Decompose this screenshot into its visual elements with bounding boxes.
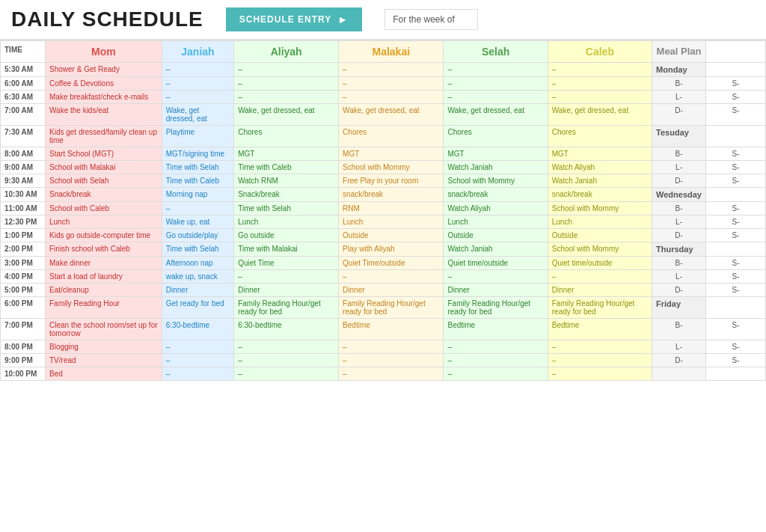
cell-malakai: Free Play in your room: [339, 174, 444, 188]
cell-janiah: –: [162, 202, 233, 215]
cell-caleb: Family Reading Hour/get ready for bed: [548, 297, 652, 319]
cell-aliyah: Time with Caleb: [234, 161, 339, 174]
cell-extra: S-: [706, 161, 766, 174]
cell-time: 6:00 AM: [1, 77, 46, 91]
cell-mom: School with Caleb: [46, 202, 162, 215]
cell-extra: [706, 297, 766, 319]
cell-extra: [706, 63, 766, 77]
col-header-mom: Mom: [46, 41, 162, 63]
cell-selah: –: [444, 77, 548, 91]
cell-malakai: Dinner: [339, 284, 444, 297]
table-row: 10:00 PMBed–––––: [1, 367, 766, 381]
cell-aliyah: Chores: [234, 126, 339, 147]
cell-selah: Outside: [444, 229, 548, 242]
cell-janiah: Time with Caleb: [162, 174, 233, 188]
cell-selah: Quiet time/outside: [444, 257, 548, 270]
cell-mom: Start School (MGT): [46, 147, 162, 161]
col-header-caleb: Caleb: [548, 41, 652, 63]
schedule-entry-button[interactable]: SCHEDULE ENTRY ►: [226, 7, 362, 31]
cell-extra: S-: [706, 174, 766, 188]
cell-caleb: –: [548, 354, 652, 367]
schedule-table: TIME Mom Janiah Aliyah Malakai Selah Cal…: [0, 40, 766, 381]
cell-malakai: –: [339, 91, 444, 104]
table-row: 11:00 AMSchool with Caleb–Time with Sela…: [1, 202, 766, 215]
cell-mom: Shower & Get Ready: [46, 63, 162, 77]
cell-malakai: Outside: [339, 229, 444, 242]
cell-malakai: MGT: [339, 147, 444, 161]
cell-caleb: –: [548, 77, 652, 91]
page-title: DAILY SCHEDULE: [11, 7, 203, 31]
cell-meal: B-: [652, 319, 706, 340]
table-row: 6:00 PMFamily Reading HourGet ready for …: [1, 297, 766, 319]
table-row: 5:30 AMShower & Get Ready–––––Monday: [1, 63, 766, 77]
table-row: 7:30 AMKids get dressed/family clean up …: [1, 126, 766, 147]
cell-extra: S-: [706, 202, 766, 215]
cell-selah: –: [444, 367, 548, 381]
cell-mom: Family Reading Hour: [46, 297, 162, 319]
cell-selah: Watch Aliyah: [444, 202, 548, 215]
cell-aliyah: Lunch: [234, 215, 339, 229]
cell-selah: –: [444, 63, 548, 77]
cell-selah: Dinner: [444, 284, 548, 297]
cell-malakai: Lunch: [339, 215, 444, 229]
cell-selah: Bedtime: [444, 319, 548, 340]
cell-mom: Wake the kids/eat: [46, 104, 162, 126]
cell-aliyah: 6:30-bedtime: [234, 319, 339, 340]
cell-selah: School with Mommy: [444, 174, 548, 188]
col-header-meal: Meal Plan: [652, 41, 706, 63]
cell-time: 8:00 AM: [1, 147, 46, 161]
cell-mom: Lunch: [46, 215, 162, 229]
cell-caleb: Lunch: [548, 215, 652, 229]
cell-selah: Watch Janiah: [444, 161, 548, 174]
cell-caleb: School with Mommy: [548, 202, 652, 215]
cell-janiah: Playtime: [162, 126, 233, 147]
cell-time: 8:00 PM: [1, 340, 46, 354]
cell-janiah: 6:30-bedtime: [162, 319, 233, 340]
table-row: 7:00 AMWake the kids/eatWake, get dresse…: [1, 104, 766, 126]
cell-mom: Bed: [46, 367, 162, 381]
table-row: 2:00 PMFinish school with CalebTime with…: [1, 242, 766, 257]
cell-aliyah: –: [234, 270, 339, 284]
table-row: 6:30 AMMake breakfast/check e-mails–––––…: [1, 91, 766, 104]
cell-malakai: –: [339, 354, 444, 367]
cell-mom: Start a load of laundry: [46, 270, 162, 284]
cell-meal: D-: [652, 104, 706, 126]
cell-janiah: Dinner: [162, 284, 233, 297]
table-row: 1:00 PMKids go outside-computer timeGo o…: [1, 229, 766, 242]
cell-caleb: –: [548, 270, 652, 284]
cell-extra: S-: [706, 91, 766, 104]
col-header-selah: Selah: [444, 41, 548, 63]
cell-extra: S-: [706, 284, 766, 297]
cell-extra: S-: [706, 147, 766, 161]
cell-selah: –: [444, 340, 548, 354]
cell-mom: Clean the school room/set up for tomorro…: [46, 319, 162, 340]
cell-time: 5:30 AM: [1, 63, 46, 77]
cell-malakai: –: [339, 63, 444, 77]
cell-janiah: wake up, snack: [162, 270, 233, 284]
cell-extra: S-: [706, 77, 766, 91]
cell-time: 1:00 PM: [1, 229, 46, 242]
cell-mom: Kids get dressed/family clean up time: [46, 126, 162, 147]
cell-time: 7:00 PM: [1, 319, 46, 340]
cell-time: 6:30 AM: [1, 91, 46, 104]
cell-meal: Wednesday: [652, 188, 706, 202]
table-row: 12:30 PMLunchWake up, eatLunchLunchLunch…: [1, 215, 766, 229]
table-row: 9:00 PMTV/read–––––D-S-: [1, 354, 766, 367]
cell-mom: Snack/break: [46, 188, 162, 202]
cell-meal: L-: [652, 215, 706, 229]
cell-caleb: –: [548, 340, 652, 354]
cell-meal: L-: [652, 91, 706, 104]
cell-extra: [706, 188, 766, 202]
cell-caleb: –: [548, 63, 652, 77]
cell-janiah: Wake up, eat: [162, 215, 233, 229]
col-header-malakai: Malakai: [339, 41, 444, 63]
cell-meal: B-: [652, 147, 706, 161]
cell-time: 6:00 PM: [1, 297, 46, 319]
table-row: 3:00 PMMake dinnerAfternoon napQuiet Tim…: [1, 257, 766, 270]
cell-caleb: Watch Aliyah: [548, 161, 652, 174]
cell-time: 2:00 PM: [1, 242, 46, 257]
cell-caleb: School with Mommy: [548, 242, 652, 257]
cell-aliyah: Go outside: [234, 229, 339, 242]
cell-extra: [706, 126, 766, 147]
cell-extra: S-: [706, 229, 766, 242]
